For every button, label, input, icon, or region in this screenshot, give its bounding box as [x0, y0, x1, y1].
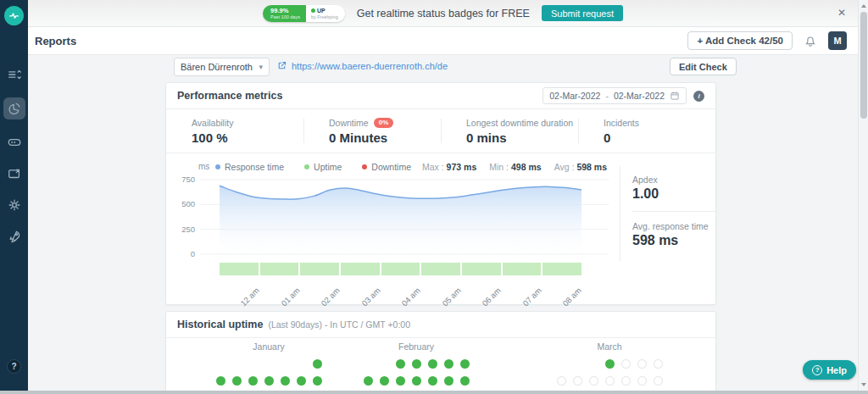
uptime-day-dot[interactable]	[605, 359, 615, 369]
performance-card-title: Performance metrics	[177, 90, 282, 102]
user-avatar[interactable]: M	[828, 31, 847, 50]
add-check-button[interactable]: + Add Check 42/50	[687, 31, 793, 50]
uptime-segment[interactable]	[381, 263, 420, 275]
uptime-day-dot[interactable]	[396, 359, 405, 369]
status-badge-preview[interactable]: 99.9% Past 100 days UP by Freshping	[263, 5, 345, 22]
uptime-segment[interactable]	[300, 263, 339, 275]
sidebar-item-badges[interactable]	[3, 134, 25, 151]
uptime-segment[interactable]	[503, 263, 542, 275]
vertical-scrollbar-thumb[interactable]	[860, 12, 867, 119]
uptime-segment[interactable]	[220, 263, 259, 275]
settings-gear-icon	[7, 197, 22, 213]
scroll-down-arrow-icon[interactable]	[861, 383, 866, 386]
uptime-segment[interactable]	[341, 263, 380, 275]
uptime-day-dot[interactable]	[428, 376, 437, 386]
chevron-down-icon: ▾	[259, 63, 263, 71]
uptime-day-dot[interactable]	[232, 376, 242, 386]
uptime-segment[interactable]	[462, 263, 501, 275]
date-separator: -	[605, 91, 609, 101]
notifications-bell-icon[interactable]	[804, 34, 817, 47]
uptime-day-dot[interactable]	[444, 376, 453, 386]
uptime-day-dot[interactable]	[297, 376, 306, 386]
uptime-day-dot[interactable]	[248, 376, 258, 386]
historical-dots-grid: JanuaryFebruaryMarch	[166, 338, 715, 394]
uptime-day-dot[interactable]	[313, 376, 322, 386]
sidebar-item-status-pages[interactable]	[3, 165, 25, 182]
main-content: Bären Dürrenroth ▾ https://www.baeren-du…	[28, 55, 858, 394]
chart-legend: Response timeUptimeDowntime	[215, 162, 411, 172]
no-data-day-dot[interactable]	[605, 376, 615, 386]
help-button[interactable]: ? Help	[803, 360, 856, 380]
metric-downtime: Downtime0% 0 Minutes	[303, 109, 441, 153]
check-url-link[interactable]: https://www.baeren-duerrenroth.ch/de	[276, 60, 448, 71]
badge-status: UP by Freshping	[306, 5, 345, 22]
no-data-day-dot[interactable]	[654, 359, 663, 369]
historical-card-subtitle: (Last 90days) - In UTC / GMT +0:00	[268, 319, 410, 330]
uptime-day-dot[interactable]	[428, 359, 437, 369]
avg-response-block: Avg. response time 598 ms	[632, 221, 715, 258]
legend-uptime[interactable]: Uptime	[304, 162, 342, 172]
date-range-picker[interactable]: 02-Mar-2022 - 02-Mar-2022	[542, 87, 687, 104]
uptime-day-dot[interactable]	[412, 376, 421, 386]
promo-banner: 99.9% Past 100 days UP by Freshping Get …	[28, 0, 858, 27]
uptime-segment[interactable]	[421, 263, 460, 275]
submit-request-button[interactable]: Submit request	[542, 5, 623, 21]
metric-incidents: Incidents 0	[578, 109, 715, 153]
uptime-day-dot[interactable]	[216, 376, 225, 386]
check-selector-dropdown[interactable]: Bären Dürrenroth ▾	[174, 58, 270, 76]
vertical-scrollbar[interactable]	[858, 0, 868, 391]
chart-plot-area[interactable]	[200, 178, 609, 256]
no-data-day-dot[interactable]	[621, 359, 631, 369]
uptime-segment[interactable]	[542, 263, 581, 275]
freshping-logo-icon[interactable]	[4, 6, 24, 25]
chart-side-stats: Apdex 1.00 Avg. response time 598 ms	[620, 166, 715, 261]
uptime-day-dot[interactable]	[281, 376, 290, 386]
legend-response-time[interactable]: Response time	[215, 162, 284, 172]
edit-check-button[interactable]: Edit Check	[670, 58, 737, 75]
legend-downtime[interactable]: Downtime	[362, 162, 411, 172]
upgrade-rocket-icon	[7, 229, 22, 244]
uptime-day-dot[interactable]	[264, 376, 274, 386]
no-data-day-dot[interactable]	[637, 359, 647, 369]
performance-metrics-card: Performance metrics 02-Mar-2022 - 02-Mar…	[165, 82, 716, 305]
no-data-day-dot[interactable]	[557, 376, 566, 386]
page-title: Reports	[35, 35, 76, 47]
sidebar-item-upgrade[interactable]	[3, 228, 25, 245]
uptime-day-dot[interactable]	[412, 359, 421, 369]
banner-text: Get realtime status badges for FREE	[357, 8, 530, 19]
external-link-icon	[276, 60, 287, 71]
info-icon[interactable]: i	[693, 91, 704, 102]
uptime-segment[interactable]	[260, 263, 299, 275]
calendar-icon	[670, 91, 680, 101]
sidebar-help-icon[interactable]: ?	[7, 359, 21, 374]
no-data-day-dot[interactable]	[573, 376, 582, 386]
uptime-day-dot[interactable]	[444, 359, 453, 369]
apdex-block: Apdex 1.00	[632, 175, 715, 212]
badge-uptime: 99.9% Past 100 days	[263, 5, 306, 22]
uptime-day-dot[interactable]	[396, 376, 405, 386]
no-data-day-dot[interactable]	[637, 376, 647, 386]
close-banner-icon[interactable]: ✕	[837, 7, 846, 19]
metric-availability: Availability 100 %	[166, 109, 303, 153]
no-data-day-dot[interactable]	[589, 376, 598, 386]
uptime-day-dot[interactable]	[460, 376, 470, 386]
sidebar-item-settings[interactable]	[3, 197, 25, 214]
horizontal-scrollbar[interactable]	[0, 391, 868, 394]
uptime-day-dot[interactable]	[364, 376, 373, 386]
uptime-day-dot[interactable]	[380, 376, 389, 386]
app-window: ? 99.9% Past 100 days UP by Freshping Ge…	[0, 0, 868, 394]
y-axis: 7505002500	[171, 178, 195, 256]
uptime-day-dot[interactable]	[313, 359, 322, 369]
uptime-day-dot[interactable]	[460, 359, 470, 369]
no-data-day-dot[interactable]	[654, 376, 663, 386]
status-page-icon	[7, 166, 22, 181]
response-time-chart: ms Response timeUptimeDowntime Max :973 …	[166, 153, 715, 305]
uptime-bar[interactable]	[220, 263, 581, 275]
scroll-up-arrow-icon[interactable]	[861, 4, 866, 8]
no-data-day-dot[interactable]	[621, 376, 631, 386]
reports-pie-icon	[7, 101, 22, 116]
sidebar-item-checks[interactable]	[3, 66, 25, 83]
x-axis: 12 am01 am02 am03 am04 am05 am06 am07 am…	[220, 277, 581, 302]
sidebar-item-reports[interactable]	[3, 97, 25, 119]
month-label: February	[363, 341, 470, 352]
